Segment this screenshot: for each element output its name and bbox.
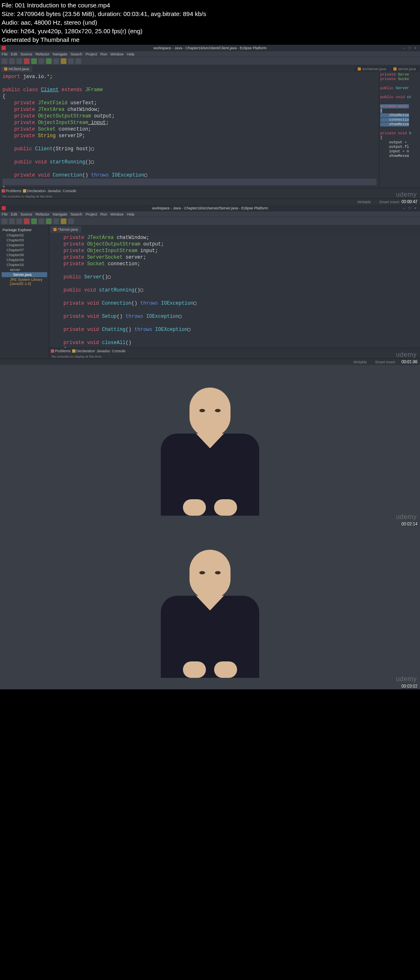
- menu-help[interactable]: Help: [127, 52, 135, 56]
- menu-bar[interactable]: File Edit Source Refactor Navigate Searc…: [0, 51, 420, 57]
- java-file-icon: [53, 228, 57, 231]
- problems-icon: [2, 189, 5, 193]
- file-info: File: 001 Introduction to the course.mp4…: [0, 0, 420, 45]
- menu-refactor[interactable]: Refactor: [36, 52, 50, 56]
- explorer-title: Package Explorer: [2, 227, 47, 233]
- tool-icon[interactable]: [46, 218, 52, 224]
- tab-console[interactable]: Console: [63, 189, 76, 193]
- tool-icon[interactable]: [46, 58, 52, 64]
- app-icon: [2, 46, 6, 50]
- tab-problems[interactable]: Problems: [2, 189, 21, 193]
- menu-help[interactable]: Help: [127, 212, 135, 216]
- hand-right: [214, 499, 237, 516]
- tree-item[interactable]: Chapter02: [2, 233, 47, 238]
- status-insert: Smart Insert: [379, 200, 399, 204]
- menu-navigate[interactable]: Navigate: [53, 212, 68, 216]
- thumbnail-frame-3: udemy 00:02:14: [0, 365, 420, 527]
- tab-javadoc[interactable]: Javadoc: [48, 189, 62, 193]
- menu-edit[interactable]: Edit: [11, 52, 18, 56]
- tree-item[interactable]: Chapter16: [2, 262, 47, 267]
- tree-item[interactable]: Chapter04: [2, 243, 47, 248]
- menu-edit[interactable]: Edit: [11, 212, 18, 216]
- tab-console[interactable]: Console: [112, 349, 126, 353]
- tool-icon[interactable]: [2, 218, 7, 224]
- menu-window[interactable]: Window: [110, 52, 123, 56]
- problems-icon: [51, 349, 54, 353]
- tool-icon[interactable]: [16, 58, 22, 64]
- code-editor-outline[interactable]: private Serve private Socke public Serve…: [379, 72, 420, 188]
- run-icon[interactable]: [31, 58, 37, 64]
- window-titlebar[interactable]: workspace - Java - Chapter16/src/client/…: [0, 45, 420, 51]
- tool-icon[interactable]: [39, 58, 44, 64]
- tool-icon[interactable]: [39, 218, 44, 224]
- app-icon: [2, 206, 6, 210]
- status-writable: Writable: [358, 200, 371, 204]
- tree-item-package[interactable]: server: [2, 267, 47, 272]
- toolbar: [0, 217, 420, 225]
- instructor-figure: [153, 388, 267, 527]
- tab-declaration[interactable]: Declaration: [23, 189, 46, 193]
- tree-item-library[interactable]: JRE System Library [JavaSE-1.8]: [2, 277, 47, 286]
- tree-item[interactable]: Chapter07: [2, 248, 47, 252]
- tree-item[interactable]: Chapter03: [2, 238, 47, 243]
- editor-tab-client[interactable]: MClient.java: [1, 66, 32, 72]
- menu-window[interactable]: Window: [110, 212, 123, 216]
- tool-icon[interactable]: [61, 218, 66, 224]
- save-icon[interactable]: [9, 58, 15, 64]
- menu-file[interactable]: File: [2, 52, 8, 56]
- tool-icon[interactable]: [68, 218, 74, 224]
- bottom-panel: Problems Declaration Javadoc Console No …: [0, 188, 420, 198]
- menu-source[interactable]: Source: [21, 52, 32, 56]
- maximize-icon[interactable]: □: [409, 206, 413, 210]
- tool-icon[interactable]: [16, 218, 22, 224]
- info-audio: Audio: aac, 48000 Hz, stereo (und): [2, 18, 418, 27]
- debug-icon[interactable]: [24, 218, 30, 224]
- code-editor-main[interactable]: import java.io.*; public class Client ex…: [0, 72, 379, 188]
- menu-refactor[interactable]: Refactor: [36, 212, 50, 216]
- tool-icon[interactable]: [53, 218, 59, 224]
- info-generated: Generated by Thumbnail me: [2, 35, 418, 44]
- debug-icon[interactable]: [24, 58, 30, 64]
- info-video: Video: h264, yuv420p, 1280x720, 25.00 fp…: [2, 27, 418, 35]
- tab-declaration[interactable]: Declaration: [72, 349, 95, 353]
- tool-icon[interactable]: [2, 58, 7, 64]
- tree-item-selected[interactable]: Server.java: [2, 272, 47, 277]
- menu-project[interactable]: Project: [86, 52, 97, 56]
- declaration-icon: [23, 189, 26, 193]
- menu-source[interactable]: Source: [21, 212, 32, 216]
- save-icon[interactable]: [9, 218, 15, 224]
- tool-icon[interactable]: [75, 58, 81, 64]
- minimize-icon[interactable]: –: [403, 206, 407, 210]
- tab-problems[interactable]: Problems: [51, 349, 71, 353]
- window-titlebar[interactable]: workspace - Java - Chapter16/src/server/…: [0, 205, 420, 211]
- menu-run[interactable]: Run: [100, 52, 107, 56]
- menu-search[interactable]: Search: [71, 212, 82, 216]
- minimize-icon[interactable]: –: [403, 46, 407, 50]
- bottom-panel: Problems Declaration Javadoc Console No …: [49, 348, 420, 358]
- toolbar: [0, 57, 420, 65]
- editor-tab-server[interactable]: *Server.java: [50, 226, 81, 233]
- tree-item[interactable]: Chapter09: [2, 257, 47, 262]
- tab-javadoc[interactable]: Javadoc: [97, 349, 111, 353]
- menu-navigate[interactable]: Navigate: [53, 52, 68, 56]
- package-explorer[interactable]: Package Explorer Chapter02 Chapter03 Cha…: [0, 225, 49, 358]
- editor-tab-server[interactable]: server.java: [390, 66, 419, 72]
- menu-search[interactable]: Search: [71, 52, 82, 56]
- close-icon[interactable]: ×: [414, 206, 418, 210]
- tool-icon[interactable]: [53, 58, 59, 64]
- udemy-watermark: udemy: [396, 351, 417, 358]
- menu-bar[interactable]: File Edit Source Refactor Navigate Searc…: [0, 211, 420, 217]
- maximize-icon[interactable]: □: [409, 46, 413, 50]
- menu-file[interactable]: File: [2, 212, 8, 216]
- tree-item[interactable]: Chapter08: [2, 252, 47, 257]
- editor-tab-server-src[interactable]: src/server.java: [354, 66, 389, 72]
- instructor-torso: [161, 596, 259, 678]
- menu-project[interactable]: Project: [86, 212, 97, 216]
- info-size: Size: 24709046 bytes (23.56 MiB), durati…: [2, 9, 418, 18]
- close-icon[interactable]: ×: [414, 46, 418, 50]
- menu-run[interactable]: Run: [100, 212, 107, 216]
- code-editor-main[interactable]: private JTextArea chatWindow; private Ob…: [49, 233, 420, 348]
- tool-icon[interactable]: [68, 58, 74, 64]
- run-icon[interactable]: [31, 218, 37, 224]
- tool-icon[interactable]: [61, 58, 66, 64]
